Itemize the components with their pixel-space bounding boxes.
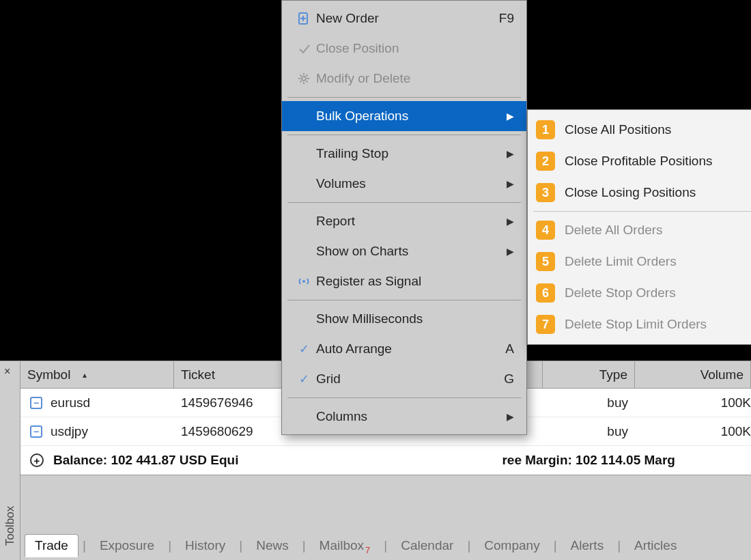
num-badge-icon: 5 (536, 252, 555, 271)
cell-symbol: usdjpy (51, 424, 88, 439)
menu-grid[interactable]: ✓ Grid G (282, 364, 526, 394)
submenu-close-profitable-positions[interactable]: 2 Close Profitable Positions (528, 145, 751, 177)
bulk-operations-submenu: 1 Close All Positions 2 Close Profitable… (527, 109, 751, 345)
close-icon[interactable]: × (4, 365, 10, 378)
mailbox-badge: 7 (365, 545, 370, 555)
expand-icon[interactable]: + (30, 453, 44, 467)
menu-show-on-charts[interactable]: Show on Charts ▶ (282, 236, 526, 266)
toolbox-sidebar: × Toolbox (0, 361, 20, 560)
position-icon: − (30, 425, 42, 438)
check-icon (292, 42, 316, 55)
tab-history[interactable]: History (175, 535, 235, 557)
tab-alerts[interactable]: Alerts (561, 535, 614, 557)
num-badge-icon: 2 (536, 152, 555, 171)
submenu-delete-limit-orders: 5 Delete Limit Orders (528, 246, 751, 277)
num-badge-icon: 4 (536, 221, 555, 240)
chevron-right-icon: ▶ (507, 246, 514, 257)
tabstrip: Trade | Exposure | History | News | Mail… (20, 531, 751, 560)
svg-point-1 (302, 76, 306, 81)
tab-articles[interactable]: Articles (625, 535, 686, 557)
tab-calendar[interactable]: Calendar (391, 535, 463, 557)
position-icon: − (30, 397, 42, 409)
accel: F9 (499, 11, 514, 26)
tab-trade[interactable]: Trade (25, 534, 79, 557)
submenu-close-losing-positions[interactable]: 3 Close Losing Positions (528, 177, 751, 208)
context-menu: New Order F9 Close Position Modify or De… (281, 0, 527, 435)
chevron-right-icon: ▶ (507, 178, 514, 189)
menu-separator (287, 397, 521, 398)
menu-bulk-operations[interactable]: Bulk Operations ▶ (282, 101, 526, 131)
tab-mailbox[interactable]: Mailbox7 (310, 535, 380, 557)
cell-type: buy (543, 395, 635, 410)
chevron-right-icon: ▶ (507, 148, 514, 159)
menu-register-signal[interactable]: Register as Signal (282, 266, 526, 296)
column-header-volume[interactable]: Volume (635, 361, 751, 388)
blank-area (20, 475, 751, 531)
accel: G (504, 372, 514, 387)
submenu-close-all-positions[interactable]: 1 Close All Positions (528, 114, 751, 145)
num-badge-icon: 6 (536, 283, 555, 303)
tab-exposure[interactable]: Exposure (90, 535, 164, 557)
column-header-symbol[interactable]: Symbol ▴ (20, 361, 174, 388)
menu-auto-arrange[interactable]: ✓ Auto Arrange A (282, 334, 526, 364)
menu-columns[interactable]: Columns ▶ (282, 402, 526, 432)
summary-left: Balance: 102 441.87 USD Equi (53, 453, 238, 468)
num-badge-icon: 1 (536, 120, 555, 139)
menu-separator (287, 135, 521, 135)
submenu-delete-all-orders: 4 Delete All Orders (528, 214, 751, 246)
num-badge-icon: 7 (536, 315, 555, 334)
submenu-delete-stop-limit-orders: 7 Delete Stop Limit Orders (528, 309, 751, 340)
menu-separator (533, 211, 751, 212)
cell-volume: 100K (635, 424, 751, 439)
menu-volumes[interactable]: Volumes ▶ (282, 169, 526, 199)
gear-icon (292, 72, 316, 85)
tab-news[interactable]: News (246, 535, 298, 557)
column-header-type[interactable]: Type (543, 361, 635, 388)
submenu-delete-stop-orders: 6 Delete Stop Orders (528, 277, 751, 309)
menu-report[interactable]: Report ▶ (282, 206, 526, 236)
tab-company[interactable]: Company (474, 535, 549, 557)
menu-show-milliseconds[interactable]: Show Milliseconds (282, 304, 526, 334)
svg-point-2 (302, 280, 305, 283)
menu-modify-delete: Modify or Delete (282, 64, 526, 94)
menu-separator (287, 202, 521, 203)
check-icon: ✓ (292, 341, 316, 356)
num-badge-icon: 3 (536, 183, 555, 202)
cell-volume: 100K (635, 395, 751, 410)
accel: A (505, 341, 514, 356)
chevron-right-icon: ▶ (507, 111, 514, 122)
check-icon: ✓ (292, 372, 316, 387)
cell-symbol: eurusd (51, 395, 90, 410)
new-order-icon (292, 12, 316, 25)
menu-trailing-stop[interactable]: Trailing Stop ▶ (282, 139, 526, 169)
signal-icon (292, 275, 316, 288)
sort-asc-icon: ▴ (83, 370, 87, 380)
summary-right: ree Margin: 102 114.05 Marg (502, 453, 675, 468)
menu-close-position: Close Position (282, 33, 526, 64)
cell-type: buy (543, 424, 635, 439)
menu-separator (287, 97, 521, 98)
chevron-right-icon: ▶ (507, 216, 514, 227)
toolbox-title: Toolbox (3, 506, 17, 546)
summary-row: + Balance: 102 441.87 USD Equi ree Margi… (20, 446, 751, 475)
chevron-right-icon: ▶ (507, 411, 514, 422)
menu-new-order[interactable]: New Order F9 (282, 3, 526, 33)
menu-separator (287, 300, 521, 300)
